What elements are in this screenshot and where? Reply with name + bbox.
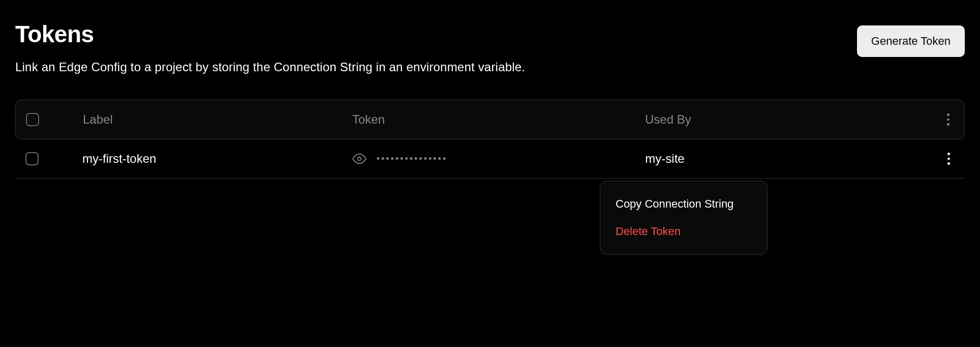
select-all-checkbox[interactable] <box>26 113 39 126</box>
eye-icon[interactable] <box>352 152 366 166</box>
table-header-row: Label Token Used By <box>15 100 965 139</box>
row-checkbox[interactable] <box>25 152 39 165</box>
menu-item-copy-connection-string[interactable]: Copy Connection String <box>600 190 767 218</box>
column-header-token: Token <box>352 112 638 127</box>
page-subtitle: Link an Edge Config to a project by stor… <box>15 60 525 74</box>
select-all-cell <box>26 113 67 126</box>
used-by-value: my-site <box>638 152 924 166</box>
generate-token-button[interactable]: Generate Token <box>857 25 965 57</box>
row-more-icon[interactable] <box>942 153 955 165</box>
header-more-icon[interactable] <box>942 113 954 126</box>
header-text-block: Tokens Link an Edge Config to a project … <box>15 20 525 74</box>
column-header-label: Label <box>67 112 352 127</box>
table-row: my-first-token ••••••••••••••• my-site <box>15 139 965 179</box>
menu-item-delete-token[interactable]: Delete Token <box>600 218 767 245</box>
svg-point-0 <box>357 157 361 161</box>
row-context-menu: Copy Connection String Delete Token <box>600 181 768 255</box>
token-label-value: my-first-token <box>66 152 352 166</box>
page-header: Tokens Link an Edge Config to a project … <box>15 20 965 74</box>
column-header-used-by: Used By <box>638 112 924 127</box>
row-select-cell <box>25 152 66 165</box>
tokens-table: Label Token Used By my-first-token •••••… <box>15 100 965 179</box>
page-title: Tokens <box>15 20 525 48</box>
token-masked-value: ••••••••••••••• <box>377 154 448 164</box>
token-value-cell: ••••••••••••••• <box>352 152 638 166</box>
